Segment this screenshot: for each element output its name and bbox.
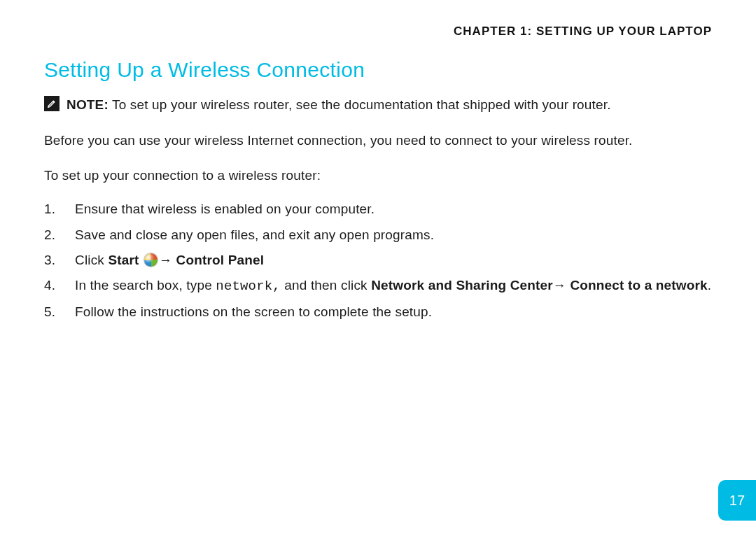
step-3: Click Start → Control Panel: [44, 249, 712, 271]
step-3-start: Start: [108, 253, 139, 267]
note-body: To set up your wireless router, see the …: [108, 97, 611, 112]
page-number: 17: [729, 493, 746, 509]
step-4-mid: and then click: [281, 278, 371, 292]
lead-in-text: To set up your connection to a wireless …: [44, 165, 712, 185]
chapter-header: CHAPTER 1: SETTING UP YOUR LAPTOP: [44, 24, 712, 38]
note-pencil-icon: [44, 96, 59, 111]
step-4-code: network,: [216, 278, 281, 294]
note-block: NOTE: To set up your wireless router, se…: [44, 94, 712, 115]
section-title: Setting Up a Wireless Connection: [44, 58, 712, 82]
note-label: NOTE:: [66, 97, 108, 112]
step-1: Ensure that wireless is enabled on your …: [44, 198, 712, 220]
step-4: In the search box, type network, and the…: [44, 274, 712, 297]
step-5: Follow the instructions on the screen to…: [44, 301, 712, 323]
note-text: NOTE: To set up your wireless router, se…: [66, 94, 611, 115]
step-4-end: .: [708, 278, 711, 292]
step-3-arrow: →: [159, 253, 176, 267]
windows-start-orb-icon: [144, 253, 158, 267]
step-4-arrow: →: [553, 278, 570, 292]
step-3-pre: Click: [75, 253, 108, 267]
step-4-connect: Connect to a network: [570, 278, 707, 292]
intro-paragraph: Before you can use your wireless Interne…: [44, 130, 712, 150]
page-number-tab: 17: [718, 480, 756, 521]
step-4-nsc: Network and Sharing Center: [371, 278, 553, 292]
steps-list: Ensure that wireless is enabled on your …: [44, 198, 712, 323]
step-3-control-panel: Control Panel: [176, 253, 265, 267]
step-4-pre: In the search box, type: [75, 278, 216, 292]
step-2: Save and close any open files, and exit …: [44, 224, 712, 246]
